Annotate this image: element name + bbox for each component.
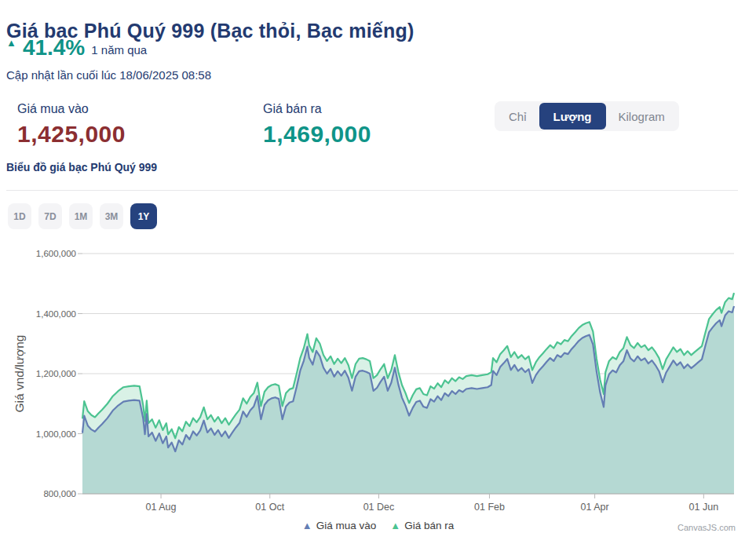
chart-legend: ▲ Giá mua vào ▲ Giá bán ra [0,520,756,531]
range-button-row: 1D 7D 1M 3M 1Y [8,203,157,229]
y-axis-tick-label: 1,200,000 [36,369,76,378]
divider [6,190,738,191]
sell-price-block: Giá bán ra 1,469,000 [263,102,371,148]
buy-price-value: 1,425,000 [17,121,126,148]
up-arrow-icon: ▲ [6,38,16,48]
change-percent: 41.4% [23,37,85,59]
sell-price-value: 1,469,000 [263,121,371,148]
canvasjs-watermark-link[interactable]: CanvasJS.com [677,523,736,532]
y-axis-tick-label: 1,600,000 [36,249,76,258]
range-button-1y[interactable]: 1Y [130,203,157,229]
range-button-1m[interactable]: 1M [69,203,93,229]
legend-item-buy[interactable]: ▲ Giá mua vào [302,520,376,531]
x-axis-tick-label: 01 Oct [255,502,284,513]
legend-label-buy: Giá mua vào [316,520,377,531]
triangle-marker-icon: ▲ [302,520,312,531]
change-period: 1 năm qua [91,43,147,57]
y-axis-tick-label: 1,000,000 [36,429,76,439]
x-axis-tick-label: 01 Aug [146,502,177,513]
legend-label-sell: Giá bán ra [404,520,454,531]
triangle-marker-icon: ▲ [390,520,400,531]
x-axis-tick-label: 01 Dec [363,502,395,513]
y-axis-tick-label: 1,400,000 [36,309,76,319]
x-axis-tick-label: 01 Apr [581,502,609,513]
price-change-row: ▲ 41.4% 1 năm qua [6,37,147,59]
last-updated: Cập nhật lần cuối lúc 18/06/2025 08:58 [6,68,211,82]
silver-price-page: Giá bạc Phú Quý 999 (Bạc thỏi, Bạc miếng… [0,0,756,544]
buy-price-label: Giá mua vào [17,102,126,116]
range-button-3m[interactable]: 3M [100,203,123,229]
price-chart-canvas[interactable]: 800,0001,000,0001,200,0001,400,0001,600,… [0,239,756,516]
unit-button-chi[interactable]: Chỉ [496,103,539,130]
legend-item-sell[interactable]: ▲ Giá bán ra [390,520,454,531]
sell-price-label: Giá bán ra [263,102,371,116]
y-axis-title: Giá vnd/lượng [13,335,26,413]
range-button-1d[interactable]: 1D [8,203,31,229]
unit-toggle-group: Chỉ Lượng Kilogram [495,101,679,131]
x-axis-tick-label: 01 Feb [474,502,505,513]
buy-price-block: Giá mua vào 1,425,000 [17,102,126,148]
unit-button-luong[interactable]: Lượng [539,103,606,130]
unit-button-kilogram[interactable]: Kilogram [606,103,677,130]
chart-section-title: Biểu đồ giá bạc Phú Quý 999 [6,161,157,173]
y-axis-tick-label: 800,000 [43,489,76,498]
range-button-7d[interactable]: 7D [38,203,62,229]
x-axis-tick-label: 01 Jun [689,502,719,513]
